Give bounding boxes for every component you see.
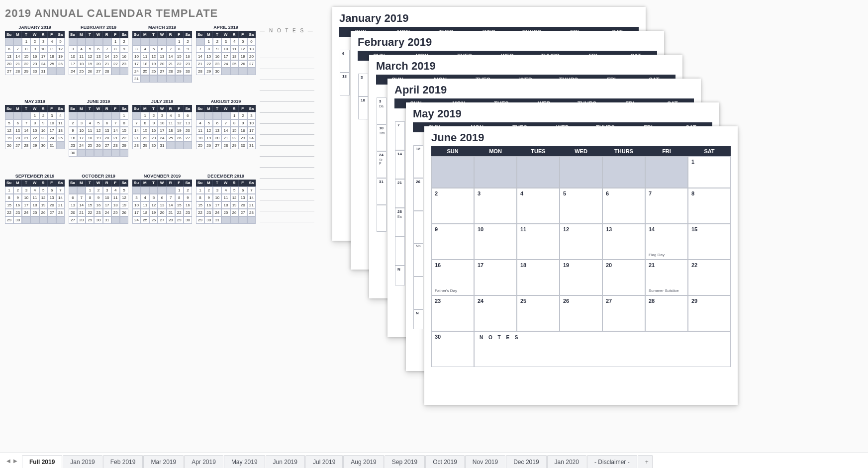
notes-header: — N O T E S — <box>260 28 314 33</box>
day-cell: 29 <box>688 295 731 331</box>
sheet-tab-full-2019[interactable]: Full 2019 <box>22 455 62 468</box>
mini-month-october: OCTOBER 2019SuMTWRFSa1234567891011121314… <box>69 174 128 233</box>
day-cell <box>560 156 602 188</box>
day-cell: 3 <box>474 188 517 224</box>
mini-month-title: AUGUST 2019 <box>196 99 256 104</box>
june-grid: 1234567891011121314Flag Day1516Father's … <box>431 156 731 331</box>
mini-month-august: AUGUST 2019SuMTWRFSa12345678910111213141… <box>196 99 256 166</box>
day-cell: 7 <box>645 188 688 224</box>
stub-strip-mar: 3Da10Tim24St P31 <box>377 97 386 232</box>
mini-month-april: APRIL 2019SuMTWRFSa123456789101112131415… <box>196 25 256 92</box>
day-header: SUNMONTUESWEDTHURSFRISAT <box>431 146 731 156</box>
sheet-tab-jul-2019[interactable]: Jul 2019 <box>305 455 343 468</box>
day-cell: 18 <box>517 260 560 295</box>
tab-nav-arrows[interactable]: ◀ ▶ <box>2 453 22 468</box>
day-cell: 1 <box>688 156 731 188</box>
day-cell: 24 <box>474 295 517 331</box>
stub-cell: Mo <box>413 244 423 277</box>
stub-cell: 6 <box>340 50 350 73</box>
sheet-tab-oct-2019[interactable]: Oct 2019 <box>425 455 465 468</box>
day-cell: 11 <box>517 224 560 260</box>
sheet-title-jun: June 2019 <box>431 131 731 144</box>
mini-day-header: SuMTWRFSa <box>196 180 256 187</box>
day-cell: 13 <box>602 224 645 260</box>
stub-strip-jan: 613 <box>340 50 350 95</box>
day-cell: 19 <box>560 260 602 295</box>
sheet-tab-disclaimer[interactable]: - Disclaimer - <box>587 455 637 468</box>
mini-month-title: NOVEMBER 2019 <box>132 174 192 179</box>
mini-month-july: JULY 2019SuMTWRFSa1234567891011121314151… <box>132 99 192 166</box>
mini-day-grid: 1234567891011121314151617181920212223242… <box>196 187 256 224</box>
tab-arrow-left-icon[interactable]: ◀ <box>6 458 10 464</box>
stub-cell <box>413 277 423 309</box>
mini-day-header: SuMTWRFSa <box>132 180 192 187</box>
stub-cell: 24St P <box>377 151 386 178</box>
mini-month-title: OCTOBER 2019 <box>69 174 128 179</box>
mini-day-header: SuMTWRFSa <box>69 105 128 112</box>
day-header-cell: WED <box>560 146 602 156</box>
stub-cell <box>413 211 423 244</box>
sheet-tab-aug-2019[interactable]: Aug 2019 <box>343 455 384 468</box>
june-day-30: 30 <box>431 331 474 367</box>
mini-month-title: APRIL 2019 <box>196 25 256 30</box>
day-cell: 8 <box>688 188 731 224</box>
sheet-title-feb: February 2019 <box>358 36 657 49</box>
mini-month-january: JANUARY 2019SuMTWRFSa1234567891011121314… <box>5 25 65 92</box>
sheet-title-jan: January 2019 <box>339 12 639 25</box>
mini-month-title: DECEMBER 2019 <box>196 174 256 179</box>
day-cell: 16Father's Day <box>431 260 474 295</box>
day-header-cell: TUES <box>517 146 560 156</box>
mini-day-grid: 1234567891011121314151617181920212223242… <box>69 112 128 157</box>
stub-cell: 26 <box>413 178 423 211</box>
mini-month-march: MARCH 2019SuMTWRFSa123456789101112131415… <box>132 25 192 92</box>
day-header-cell: SUN <box>431 146 474 156</box>
day-header-cell: THURS <box>602 146 645 156</box>
mini-month-title: JANUARY 2019 <box>5 25 65 30</box>
day-cell <box>517 156 560 188</box>
sheet-tab-jan-2019[interactable]: Jan 2019 <box>63 455 102 468</box>
mini-day-grid: 1234567891011121314151617181920212223242… <box>196 112 256 149</box>
june-notes-cell: N O T E S <box>474 331 731 367</box>
tab-add-button[interactable]: + <box>638 455 653 468</box>
stub-strip-may: 1226MoN <box>413 145 423 329</box>
day-cell: 9 <box>431 224 474 260</box>
sheet-tab-apr-2019[interactable]: Apr 2019 <box>184 455 223 468</box>
day-cell <box>645 156 688 188</box>
event-label: Father's Day <box>435 288 457 293</box>
tab-arrow-right-icon[interactable]: ▶ <box>13 458 17 464</box>
sheet-tab-dec-2019[interactable]: Dec 2019 <box>506 455 546 468</box>
mini-day-grid: 1234567891011121314151617181920212223242… <box>196 38 256 75</box>
sheet-tab-mar-2019[interactable]: Mar 2019 <box>143 455 184 468</box>
day-header-cell: FRI <box>645 146 688 156</box>
mini-month-may: MAY 2019SuMTWRFSa12345678910111213141516… <box>5 99 65 166</box>
stub-cell: 21 <box>395 179 405 208</box>
mini-day-grid: 1234567891011121314151617181920212223242… <box>5 187 65 224</box>
mini-day-header: SuMTWRFSa <box>5 180 65 187</box>
sheet-tab-jun-2019[interactable]: Jun 2019 <box>266 455 305 468</box>
mini-day-grid: 1234567891011121314151617181920212223242… <box>5 112 65 149</box>
mini-day-header: SuMTWRFSa <box>69 31 128 38</box>
mini-month-title: SEPTEMBER 2019 <box>5 174 65 179</box>
sheet-tab-may-2019[interactable]: May 2019 <box>224 455 265 468</box>
day-header-cell: MON <box>474 146 517 156</box>
sheet-tab-sep-2019[interactable]: Sep 2019 <box>385 455 425 468</box>
mini-month-title: JUNE 2019 <box>69 99 128 104</box>
day-cell: 22 <box>688 260 731 295</box>
day-cell: 2 <box>431 188 474 224</box>
stub-cell: 13 <box>340 73 350 95</box>
mini-day-grid: 1234567891011121314151617181920212223242… <box>132 187 192 224</box>
sheet-tab-nov-2019[interactable]: Nov 2019 <box>465 455 505 468</box>
mini-day-header: SuMTWRFSa <box>69 180 128 187</box>
day-cell: 21Summer Solstice <box>645 260 688 295</box>
stub-cell: 31 <box>377 178 386 205</box>
day-cell: 12 <box>560 224 602 260</box>
june-last-row: 30 N O T E S <box>431 331 731 367</box>
mini-month-title: MARCH 2019 <box>132 25 192 30</box>
sheet-tab-feb-2019[interactable]: Feb 2019 <box>103 455 143 468</box>
stub-cell: 10Tim <box>377 124 386 151</box>
day-cell: 27 <box>602 295 645 331</box>
stub-cell <box>395 237 405 266</box>
stub-cell: 7 <box>395 121 405 150</box>
sheet-tab-bar: ◀ ▶ Full 2019Jan 2019Feb 2019Mar 2019Apr… <box>0 453 868 468</box>
sheet-tab-jan-2020[interactable]: Jan 2020 <box>547 455 586 468</box>
